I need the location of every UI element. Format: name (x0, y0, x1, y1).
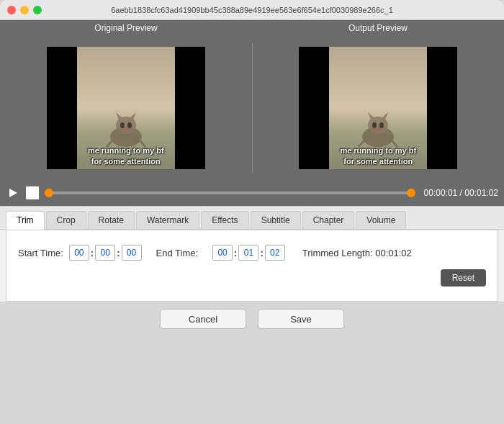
end-time-label: End Time: (156, 248, 199, 258)
start-hh-input[interactable] (69, 245, 89, 261)
end-ss-input[interactable] (265, 245, 285, 261)
trimmed-length: Trimmed Length: 00:01:02 (302, 248, 412, 258)
traffic-lights (7, 6, 42, 14)
timeline-track (45, 191, 415, 194)
maximize-button[interactable] (33, 6, 42, 14)
bottom-panel: Trim Crop Rotate Watermark Effects Subti… (0, 206, 504, 302)
controls-bar: 00:00:01 / 00:01:02 (0, 180, 504, 206)
close-button[interactable] (7, 6, 16, 14)
tab-chapter[interactable]: Chapter (302, 211, 355, 229)
tab-subtitle[interactable]: Subtitle (251, 211, 301, 229)
end-mm-input[interactable] (238, 245, 258, 261)
previews: me running to my bf for some attention (0, 36, 504, 180)
original-preview-panel: me running to my bf for some attention (0, 36, 252, 180)
tab-rotate[interactable]: Rotate (88, 211, 135, 229)
svg-marker-3 (130, 112, 136, 119)
svg-point-4 (120, 122, 125, 128)
svg-point-11 (372, 122, 377, 128)
trim-controls: Start Time: : : End Time: : : Trimmed Le… (18, 245, 486, 261)
preview-labels: Original Preview Output Preview (0, 20, 504, 36)
svg-marker-9 (368, 112, 374, 119)
minimize-button[interactable] (20, 6, 29, 14)
reset-button[interactable]: Reset (441, 269, 486, 287)
svg-marker-14 (9, 189, 17, 197)
start-mm-input[interactable] (95, 245, 115, 261)
time-display: 00:00:01 / 00:01:02 (424, 188, 498, 198)
svg-marker-2 (116, 112, 122, 119)
output-subtitle: me running to my bf for some attention (299, 145, 457, 166)
tab-crop[interactable]: Crop (46, 211, 86, 229)
end-time-group: : : (212, 245, 285, 261)
original-subtitle: me running to my bf for some attention (47, 145, 205, 166)
stop-button[interactable] (26, 186, 39, 199)
tab-trim[interactable]: Trim (6, 211, 45, 230)
tab-volume[interactable]: Volume (356, 211, 406, 229)
original-video-frame: me running to my bf for some attention (47, 47, 205, 169)
video-area: Original Preview Output Preview (0, 20, 504, 206)
original-preview-label: Original Preview (0, 23, 252, 33)
timeline-thumb-left[interactable] (45, 189, 53, 197)
output-video-frame: me running to my bf for some attention (299, 47, 457, 169)
title-bar: 6aebb1838cfc63ad41909bb45c388a89e4919ee5… (0, 0, 504, 20)
footer: Cancel Save (0, 302, 504, 339)
tab-effects[interactable]: Effects (201, 211, 248, 229)
svg-point-6 (124, 127, 128, 130)
start-time-group: : : (69, 245, 142, 261)
svg-point-12 (379, 122, 384, 128)
save-button[interactable]: Save (258, 309, 344, 329)
svg-marker-10 (382, 112, 388, 119)
tab-content-trim: Start Time: : : End Time: : : Trimmed Le… (6, 230, 498, 302)
svg-point-5 (127, 122, 132, 128)
tab-watermark[interactable]: Watermark (136, 211, 199, 229)
start-time-label: Start Time: (18, 248, 63, 258)
window-title: 6aebb1838cfc63ad41909bb45c388a89e4919ee5… (111, 6, 393, 14)
tabs: Trim Crop Rotate Watermark Effects Subti… (0, 207, 504, 230)
output-preview-label: Output Preview (252, 23, 504, 33)
output-preview-panel: me running to my bf for some attention (253, 36, 505, 180)
end-hh-input[interactable] (212, 245, 233, 261)
start-ss-input[interactable] (122, 245, 142, 261)
timeline[interactable] (45, 191, 415, 195)
cancel-button[interactable]: Cancel (160, 309, 246, 329)
timeline-thumb-right[interactable] (407, 189, 415, 197)
reset-row: Reset (18, 261, 486, 287)
play-button[interactable] (6, 186, 20, 200)
svg-point-13 (376, 127, 380, 130)
